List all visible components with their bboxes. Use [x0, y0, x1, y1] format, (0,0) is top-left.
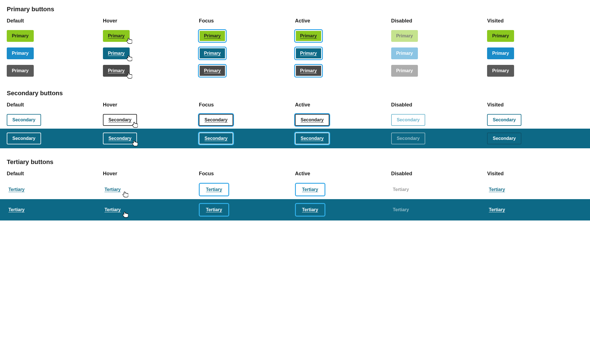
tertiary-dark-active[interactable]: Tertiary	[295, 203, 325, 217]
primary-blue-default[interactable]: Primary	[7, 47, 34, 59]
state-header-active: Active	[295, 100, 391, 111]
secondary-dark-hover[interactable]: Secondary	[103, 133, 137, 144]
secondary-light-hover[interactable]: Secondary	[103, 114, 137, 126]
primary-gray-active[interactable]: Primary	[295, 65, 322, 77]
secondary-buttons-section: Secondary buttons Default Hover Focus Ac…	[7, 90, 583, 148]
secondary-light-focus[interactable]: Secondary	[199, 114, 233, 126]
primary-gray-disabled: Primary	[391, 65, 418, 77]
secondary-dark-band: Secondary Secondary Secondary Secondary …	[0, 129, 590, 148]
state-header-focus: Focus	[199, 100, 295, 111]
secondary-title: Secondary buttons	[7, 90, 583, 97]
state-header-visited: Visited	[487, 169, 583, 180]
primary-gray-visited[interactable]: Primary	[487, 65, 514, 77]
primary-green-disabled: Primary	[391, 30, 418, 42]
state-header-visited: Visited	[487, 16, 583, 27]
state-header-focus: Focus	[199, 16, 295, 27]
state-header-active: Active	[295, 169, 391, 180]
tertiary-buttons-section: Tertiary buttons Default Hover Focus Act…	[7, 158, 583, 220]
primary-green-focus[interactable]: Primary	[199, 30, 226, 42]
tertiary-light-visited[interactable]: Tertiary	[487, 184, 507, 195]
secondary-light-visited[interactable]: Secondary	[487, 114, 521, 126]
cursor-icon	[122, 211, 128, 218]
secondary-light-active[interactable]: Secondary	[295, 114, 329, 126]
secondary-light-disabled: Secondary	[391, 114, 425, 126]
state-header-disabled: Disabled	[391, 169, 487, 180]
secondary-light-default[interactable]: Secondary	[7, 114, 41, 126]
primary-gray-default[interactable]: Primary	[7, 65, 34, 77]
primary-green-active[interactable]: Primary	[295, 30, 322, 42]
state-header-default: Default	[7, 169, 103, 180]
state-header-hover: Hover	[103, 169, 199, 180]
secondary-dark-default[interactable]: Secondary	[7, 133, 41, 144]
primary-green-default[interactable]: Primary	[7, 30, 34, 42]
primary-gray-focus[interactable]: Primary	[199, 65, 226, 77]
tertiary-dark-disabled: Tertiary	[391, 204, 411, 216]
tertiary-dark-focus[interactable]: Tertiary	[199, 203, 229, 217]
tertiary-light-active[interactable]: Tertiary	[295, 183, 325, 196]
tertiary-dark-hover[interactable]: Tertiary	[103, 204, 123, 216]
tertiary-dark-default[interactable]: Tertiary	[7, 204, 26, 216]
tertiary-light-focus[interactable]: Tertiary	[199, 183, 229, 196]
primary-green-visited[interactable]: Primary	[487, 30, 514, 42]
primary-blue-disabled: Primary	[391, 47, 418, 59]
tertiary-light-hover[interactable]: Tertiary	[103, 184, 123, 195]
state-header-active: Active	[295, 16, 391, 27]
primary-gray-hover[interactable]: Primary	[103, 65, 130, 77]
primary-buttons-section: Primary buttons Default Hover Focus Acti…	[7, 6, 583, 79]
secondary-dark-disabled: Secondary	[391, 133, 425, 144]
secondary-dark-visited[interactable]: Secondary	[487, 133, 521, 144]
state-header-visited: Visited	[487, 100, 583, 111]
state-header-disabled: Disabled	[391, 16, 487, 27]
secondary-dark-active[interactable]: Secondary	[295, 133, 329, 144]
tertiary-light-disabled: Tertiary	[391, 184, 411, 195]
state-header-focus: Focus	[199, 169, 295, 180]
state-header-disabled: Disabled	[391, 100, 487, 111]
state-header-hover: Hover	[103, 16, 199, 27]
tertiary-dark-visited[interactable]: Tertiary	[487, 204, 507, 216]
primary-blue-active[interactable]: Primary	[295, 47, 322, 59]
primary-blue-hover[interactable]: Primary	[103, 47, 130, 59]
tertiary-title: Tertiary buttons	[7, 158, 583, 166]
state-header-default: Default	[7, 100, 103, 111]
primary-blue-focus[interactable]: Primary	[199, 47, 226, 59]
state-header-hover: Hover	[103, 100, 199, 111]
secondary-dark-focus[interactable]: Secondary	[199, 133, 233, 144]
cursor-icon	[122, 191, 128, 198]
primary-title: Primary buttons	[7, 6, 583, 13]
primary-blue-visited[interactable]: Primary	[487, 47, 514, 59]
tertiary-light-default[interactable]: Tertiary	[7, 184, 26, 195]
primary-green-hover[interactable]: Primary	[103, 30, 130, 42]
state-header-default: Default	[7, 16, 103, 27]
tertiary-dark-band: Tertiary Tertiary Tertiary Tertiary Tert…	[0, 199, 590, 220]
